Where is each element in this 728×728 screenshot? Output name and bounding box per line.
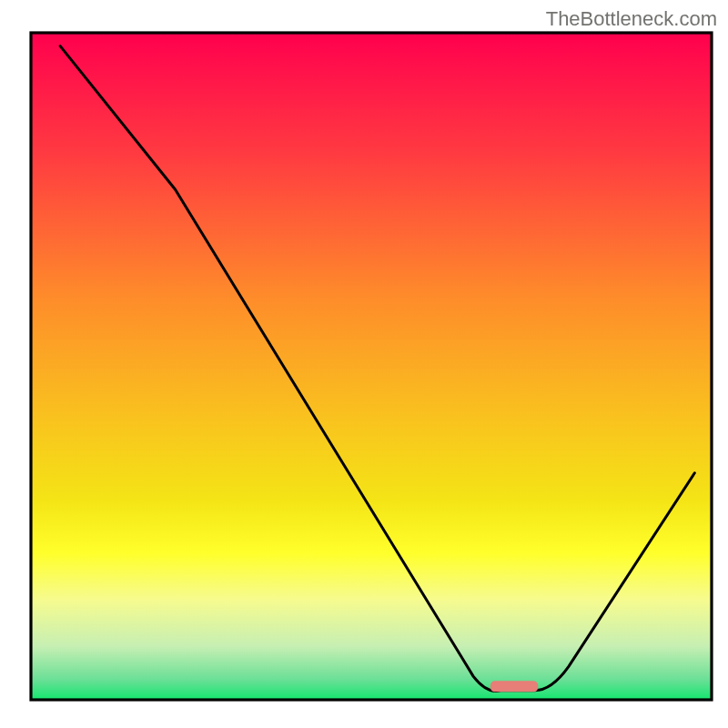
- gradient-bg: [31, 33, 712, 700]
- bottleneck-chart: TheBottleneck.com: [0, 0, 728, 728]
- bottleneck-marker: [490, 681, 538, 692]
- watermark: TheBottleneck.com: [546, 7, 717, 31]
- chart-svg: [0, 0, 728, 728]
